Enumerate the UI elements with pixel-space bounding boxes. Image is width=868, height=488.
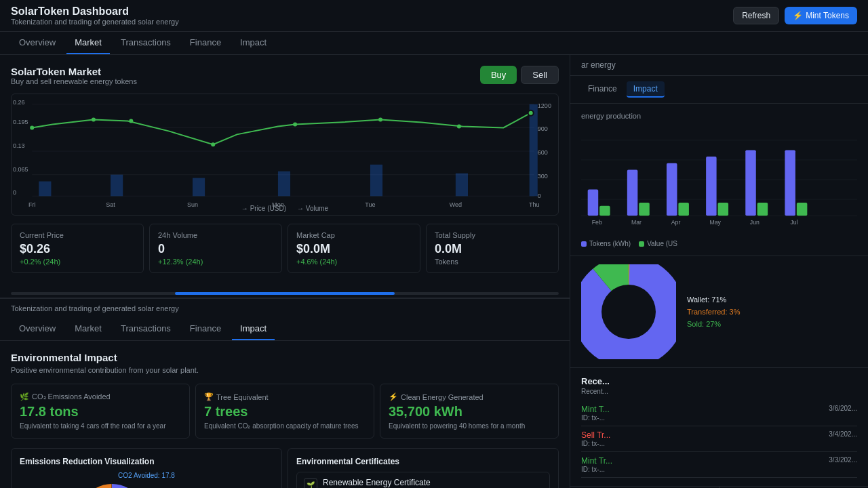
tab-market[interactable]: Market [66, 32, 110, 54]
tx-date-0: 3/6/202... [829, 405, 857, 414]
market-subtitle: Buy and sell renewable energy tokens [11, 77, 137, 85]
right-panel-header: ar energy [570, 55, 868, 76]
svg-text:600: 600 [538, 149, 548, 156]
volume-value: 0 [158, 242, 273, 256]
price-legend: → Price (USD) [241, 205, 286, 212]
main-layout: SolarToken Market Buy and sell renewable… [0, 55, 868, 488]
right-panel: ar energy Finance Impact energy producti… [570, 55, 868, 488]
tab2-overview[interactable]: Overview [11, 318, 64, 340]
svg-text:0.195: 0.195 [13, 119, 28, 126]
scroll-thumb[interactable] [175, 292, 394, 295]
svg-rect-21 [530, 104, 538, 196]
svg-text:Sun: Sun [187, 201, 198, 208]
svg-text:Jun: Jun [750, 219, 760, 226]
tab-overview[interactable]: Overview [11, 32, 64, 54]
tx-id-2: ID: tx-... [581, 466, 857, 473]
section-separator: Tokenization and trading of generated so… [0, 298, 570, 318]
market-cap-change: +4.6% (24h) [296, 258, 412, 266]
svg-rect-16 [111, 175, 123, 197]
svg-text:May: May [709, 219, 721, 226]
tx-date-1: 3/4/202... [829, 430, 857, 440]
svg-text:900: 900 [538, 125, 548, 132]
recent-subtitle: Recent... [581, 388, 857, 395]
energy-desc: Equivalent to powering 40 homes for a mo… [389, 422, 550, 430]
stats-row: Current Price $0.26 +0.2% (24h) 24h Volu… [11, 224, 559, 273]
cert-item-renewable: 🌱 Renewable Energy Certificate Each toke… [296, 472, 550, 488]
impact-card-tree: 🏆 Tree Equivalent 7 trees Equivalent CO₂… [195, 384, 374, 439]
svg-text:Sat: Sat [106, 201, 115, 208]
value-dot [639, 241, 644, 247]
scroll-track[interactable] [11, 292, 559, 295]
recent-section: Rece... Recent... Mint T... 3/6/202... I… [570, 367, 868, 486]
svg-rect-48 [588, 190, 599, 216]
right-tab-finance[interactable]: Finance [581, 81, 624, 98]
cert-renewable-text: Renewable Energy Certificate Each token … [323, 478, 488, 488]
tab2-finance[interactable]: Finance [182, 318, 229, 340]
cert-renewable-name: Renewable Energy Certificate [323, 478, 488, 487]
tx-row-2: Mint Tr... 3/3/202... [581, 456, 857, 466]
legend-value: Value (US [639, 240, 677, 247]
svg-rect-19 [370, 165, 382, 196]
tx-id-1: ID: tx-... [581, 440, 857, 447]
impact-title: Environmental Impact [11, 352, 559, 363]
impact-tabs: Overview Market Transactions Finance Imp… [0, 318, 570, 341]
svg-point-27 [378, 118, 382, 122]
tab-transactions[interactable]: Transactions [113, 32, 179, 54]
impact-card-energy: ⚡ Clean Energy Generated 35,700 kWh Equi… [380, 384, 559, 439]
pie-sold: Sold: 27% [687, 320, 740, 328]
co2-avoided-label: CO2 Avoided: 17.8 [20, 472, 273, 479]
svg-text:300: 300 [538, 173, 548, 180]
scroll-bar-area [0, 289, 570, 298]
market-header: SolarToken Market Buy and sell renewable… [11, 66, 559, 85]
left-panel: SolarToken Market Buy and sell renewable… [0, 55, 570, 488]
bar-chart-title: energy production [581, 112, 857, 120]
svg-rect-59 [797, 203, 808, 216]
impact-bottom: Emissions Reduction Visualization CO2 Av… [11, 448, 559, 488]
right-tab-impact[interactable]: Impact [627, 81, 665, 98]
pie-labels: Wallet: 71% Transferred: 3% Sold: 27% [687, 296, 740, 328]
volume-label: 24h Volume [158, 231, 273, 239]
svg-point-23 [92, 118, 96, 122]
header-actions: Refresh ⚡ Mint Tokens [733, 7, 857, 24]
mint-button[interactable]: ⚡ Mint Tokens [785, 7, 857, 24]
tab2-transactions[interactable]: Transactions [113, 318, 179, 340]
tab-finance[interactable]: Finance [182, 32, 229, 54]
current-price-label: Current Price [20, 231, 135, 239]
chart-legend: → Price (USD) → Volume [241, 205, 328, 212]
sell-button[interactable]: Sell [521, 66, 559, 84]
buy-button[interactable]: Buy [480, 66, 517, 84]
stat-total-supply: Total Supply 0.0M Tokens [426, 224, 559, 273]
svg-rect-55 [718, 203, 729, 216]
market-title: SolarToken Market [11, 66, 137, 77]
header: SolarToken Dashboard Tokenization and tr… [0, 0, 868, 32]
svg-point-69 [601, 285, 656, 339]
tx-item-1: Sell Tr... 3/4/202... ID: tx-... [581, 426, 857, 452]
tab-impact[interactable]: Impact [232, 32, 275, 54]
bar-legend: Tokens (kWh) Value (US [581, 240, 857, 247]
market-section: SolarToken Market Buy and sell renewable… [0, 55, 570, 289]
svg-rect-51 [639, 203, 650, 216]
impact-section: Environmental Impact Positive environmen… [0, 341, 570, 488]
main-tabs: Overview Market Transactions Finance Imp… [0, 32, 868, 55]
bar-chart-svg: Feb Mar Apr May Jun Jul [581, 125, 857, 234]
svg-rect-18 [278, 171, 290, 197]
stat-volume: 24h Volume 0 +12.3% (24h) [149, 224, 282, 273]
tx-item-2: Mint Tr... 3/3/202... ID: tx-... [581, 452, 857, 478]
tx-date-2: 3/3/202... [829, 456, 857, 466]
tab2-market[interactable]: Market [66, 318, 110, 340]
tx-item-0: Mint T... 3/6/202... ID: tx-... [581, 401, 857, 426]
svg-rect-54 [706, 157, 717, 216]
svg-point-24 [129, 119, 133, 123]
tx-type-1: Sell Tr... [581, 430, 610, 440]
sep-subtitle: Tokenization and trading of generated so… [11, 304, 559, 312]
svg-text:Tue: Tue [365, 201, 375, 208]
tab2-impact[interactable]: Impact [232, 318, 275, 340]
refresh-button[interactable]: Refresh [733, 7, 779, 24]
market-title-area: SolarToken Market Buy and sell renewable… [11, 66, 137, 85]
svg-point-28 [457, 125, 461, 129]
app-subtitle: Tokenization and trading of generated so… [11, 18, 179, 26]
tree-value: 7 trees [204, 404, 366, 420]
donut-chart: CO2 Avoided 17.8 [78, 483, 146, 488]
tree-desc: Equivalent CO₂ absorption capacity of ma… [204, 422, 366, 430]
recent-title: Rece... [581, 376, 857, 386]
